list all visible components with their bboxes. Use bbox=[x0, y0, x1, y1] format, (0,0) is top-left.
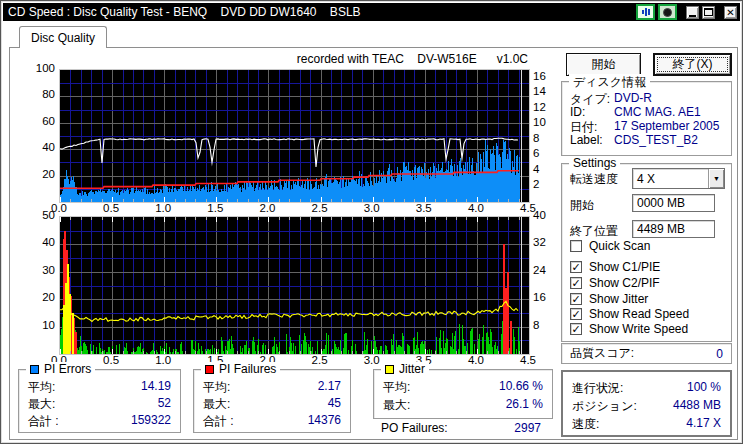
disc-info-group: ディスク情報 タイプ:DVD-R ID:CMC MAG. AE1 日付:17 S… bbox=[561, 81, 732, 156]
axis-label: 24 bbox=[533, 264, 563, 276]
settings-group: Settings 転送速度 4 X ▼ 開始 終了位置 Quick Scan✓S… bbox=[561, 163, 732, 342]
pi-failures-avg-row: 平均:2.17 bbox=[203, 379, 341, 396]
checkbox-label-show-read-speed: Show Read Speed bbox=[589, 307, 689, 321]
axis-label: 1.5 bbox=[201, 202, 229, 214]
axis-label: 4.0 bbox=[462, 202, 490, 214]
axis-label: 1.0 bbox=[149, 354, 177, 366]
jitter-legend: Jitter bbox=[381, 362, 429, 376]
axis-label: 60 bbox=[15, 115, 55, 127]
axis-label: 8 bbox=[533, 319, 563, 331]
axis-label: 0.5 bbox=[97, 354, 125, 366]
titlebar: CD Speed : Disc Quality Test - BENQ DVD … bbox=[3, 3, 740, 21]
axis-label: 3.5 bbox=[410, 202, 438, 214]
axis-label: 80 bbox=[15, 88, 55, 100]
pi-failures-legend: PI Failures bbox=[201, 362, 280, 376]
pi-failures-color-swatch bbox=[205, 365, 214, 374]
chart-tray-icon[interactable] bbox=[636, 4, 655, 20]
disc-tray-icon[interactable] bbox=[658, 4, 677, 20]
pi-failures-jitter-chart bbox=[59, 216, 530, 355]
pi-errors-max-row: 最大:52 bbox=[28, 396, 171, 413]
quality-score-value: 0 bbox=[716, 347, 723, 361]
jitter-color-swatch bbox=[385, 365, 394, 374]
disc-label-row: Label:CDS_TEST_B2 bbox=[570, 133, 725, 147]
pi-errors-total-row: 合計 :159322 bbox=[28, 413, 171, 430]
checkbox-show-c2-pif[interactable]: ✓ bbox=[570, 277, 582, 289]
po-failures-row: PO Failures: 2997 bbox=[381, 421, 541, 435]
checkbox-show-c1-pie[interactable]: ✓ bbox=[570, 261, 582, 273]
jitter-max-row: 最大:26.1 % bbox=[383, 397, 543, 414]
axis-label: 12 bbox=[533, 101, 563, 113]
disc-id-row: ID:CMC MAG. AE1 bbox=[570, 105, 725, 119]
speed-row: 速度:4.17 X bbox=[572, 416, 721, 433]
progress-box: 進行状況:100 % ポジション:4488 MB 速度:4.17 X bbox=[561, 370, 732, 437]
checkbox-row-show-read-speed: ✓Show Read Speed bbox=[570, 307, 689, 321]
checkbox-row-show-c1-pie: ✓Show C1/PIE bbox=[570, 260, 660, 274]
exit-button[interactable]: 終了(X) bbox=[653, 53, 732, 76]
checkbox-show-write-speed[interactable]: ✓ bbox=[570, 323, 582, 335]
pi-failures-max-row: 最大:45 bbox=[203, 396, 341, 413]
axis-label: 40 bbox=[533, 209, 563, 221]
axis-label: 4 bbox=[533, 163, 563, 175]
checkbox-show-jitter[interactable]: ✓ bbox=[570, 293, 582, 305]
close-button[interactable]: ✕ bbox=[724, 6, 737, 19]
end-position-input[interactable] bbox=[632, 220, 715, 238]
minimize-button[interactable] bbox=[686, 6, 699, 19]
axis-label: 20 bbox=[15, 168, 55, 180]
maximize-button[interactable] bbox=[702, 6, 715, 19]
checkbox-row-show-c2-pif: ✓Show C2/PIF bbox=[570, 276, 660, 290]
jitter-avg-row: 平均:10.66 % bbox=[383, 379, 543, 396]
close-icon: ✕ bbox=[726, 7, 734, 18]
checkbox-label-show-c1-pie: Show C1/PIE bbox=[589, 260, 660, 274]
pi-errors-chart bbox=[59, 69, 530, 203]
start-position-input[interactable] bbox=[632, 194, 715, 212]
axis-label: 0.5 bbox=[97, 202, 125, 214]
checkbox-quick-scan[interactable] bbox=[570, 240, 582, 252]
recorded-with-note: recorded with TEAC DV-W516E v1.0C bbox=[59, 52, 528, 66]
tab-disc-quality[interactable]: Disc Quality bbox=[19, 26, 107, 48]
minimize-icon bbox=[689, 15, 696, 17]
axis-label: 6 bbox=[533, 147, 563, 159]
checkbox-show-read-speed[interactable]: ✓ bbox=[570, 308, 582, 320]
axis-label: 8 bbox=[533, 132, 563, 144]
window-title: CD Speed : Disc Quality Test - BENQ DVD … bbox=[8, 5, 361, 19]
jitter-stats-box: Jitter 平均:10.66 % 最大:26.1 % bbox=[373, 369, 553, 419]
speed-combobox[interactable]: 4 X ▼ bbox=[632, 168, 725, 189]
checkbox-row-quick-scan: Quick Scan bbox=[570, 239, 650, 253]
quality-score-row: 品質スコア: 0 bbox=[562, 344, 731, 363]
pi-errors-avg-row: 平均:14.19 bbox=[28, 379, 171, 396]
speed-label: 転送速度 bbox=[570, 171, 618, 188]
axis-label: 10 bbox=[533, 116, 563, 128]
axis-label: 4.5 bbox=[514, 354, 542, 366]
settings-legend: Settings bbox=[569, 156, 620, 170]
chevron-down-icon[interactable]: ▼ bbox=[708, 169, 724, 188]
start-position-label: 開始 bbox=[570, 197, 594, 214]
start-button[interactable]: 開始 bbox=[566, 53, 641, 76]
app-window: CD Speed : Disc Quality Test - BENQ DVD … bbox=[0, 0, 743, 444]
axis-label: 2.0 bbox=[253, 202, 281, 214]
axis-label: 32 bbox=[533, 236, 563, 248]
axis-label: 14 bbox=[533, 85, 563, 97]
checkbox-label-show-write-speed: Show Write Speed bbox=[589, 322, 688, 336]
axis-label: 40 bbox=[15, 141, 55, 153]
axis-label: 10 bbox=[15, 319, 55, 331]
axis-label: 20 bbox=[15, 291, 55, 303]
axis-label: 4.0 bbox=[462, 354, 490, 366]
end-position-label: 終了位置 bbox=[570, 223, 618, 240]
checkbox-row-show-write-speed: ✓Show Write Speed bbox=[570, 322, 688, 336]
axis-label: 2.5 bbox=[306, 354, 334, 366]
disc-info-legend: ディスク情報 bbox=[569, 74, 650, 91]
pi-errors-color-swatch bbox=[30, 365, 39, 374]
axis-label: 2 bbox=[533, 178, 563, 190]
checkbox-label-quick-scan: Quick Scan bbox=[589, 239, 650, 253]
progress-row: 進行状況:100 % bbox=[572, 380, 721, 397]
checkbox-label-show-c2-pif: Show C2/PIF bbox=[589, 276, 660, 290]
axis-label: 1.0 bbox=[149, 202, 177, 214]
axis-label: 50 bbox=[15, 209, 55, 221]
axis-label: 2.5 bbox=[306, 202, 334, 214]
axis-label: 16 bbox=[533, 70, 563, 82]
pi-errors-legend: PI Errors bbox=[26, 362, 95, 376]
checkbox-label-show-jitter: Show Jitter bbox=[589, 292, 648, 306]
maximize-icon bbox=[704, 8, 713, 16]
checkbox-row-show-jitter: ✓Show Jitter bbox=[570, 292, 648, 306]
axis-label: 16 bbox=[533, 291, 563, 303]
